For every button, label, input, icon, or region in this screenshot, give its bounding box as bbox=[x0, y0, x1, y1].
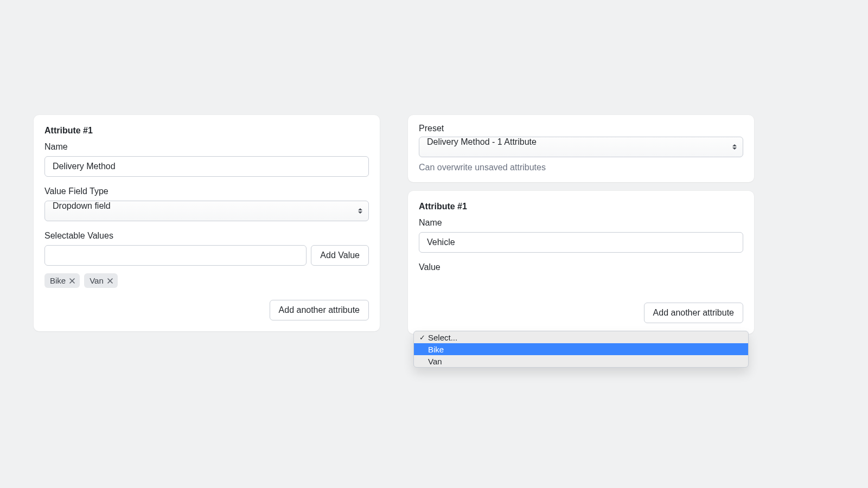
value-dropdown-popup: ✓ Select... Bike Van bbox=[413, 331, 749, 368]
tag-bike: Bike bbox=[44, 273, 80, 288]
left-column: Attribute #1 Name Value Field Type Dropd… bbox=[34, 115, 380, 331]
value-tags: Bike Van bbox=[44, 273, 369, 288]
card-actions: Add another attribute bbox=[419, 303, 743, 323]
values-label: Selectable Values bbox=[44, 231, 369, 241]
add-value-button[interactable]: Add Value bbox=[311, 245, 369, 266]
option-label: Bike bbox=[428, 345, 444, 354]
new-value-input[interactable] bbox=[44, 245, 307, 266]
name-label: Name bbox=[419, 218, 743, 228]
dropdown-option-van[interactable]: Van bbox=[414, 355, 748, 367]
attribute-editor-card: Attribute #1 Name Value Field Type Dropd… bbox=[34, 115, 380, 331]
option-label: Van bbox=[428, 357, 442, 366]
tag-label: Bike bbox=[50, 276, 66, 285]
tag-van: Van bbox=[84, 273, 118, 288]
attribute-consumer-card: Attribute #1 Name Value ✓ Select... Bike bbox=[408, 191, 754, 334]
close-icon bbox=[69, 278, 75, 284]
preset-select-wrap: Delivery Method - 1 Attribute bbox=[419, 137, 743, 157]
right-column: Preset Delivery Method - 1 Attribute Can… bbox=[408, 115, 754, 334]
add-attribute-button[interactable]: Add another attribute bbox=[270, 300, 369, 320]
value-field-group: Value bbox=[419, 262, 743, 272]
card-title: Attribute #1 bbox=[44, 126, 369, 136]
option-label: Select... bbox=[428, 333, 457, 342]
name-input[interactable] bbox=[419, 232, 743, 253]
name-label: Name bbox=[44, 142, 369, 152]
remove-tag-button[interactable] bbox=[69, 278, 75, 284]
value-label: Value bbox=[419, 262, 743, 272]
check-icon: ✓ bbox=[418, 333, 426, 342]
preset-helper-text: Can overwrite unsaved attributes bbox=[419, 163, 743, 172]
preset-card: Preset Delivery Method - 1 Attribute Can… bbox=[408, 115, 754, 182]
type-field-group: Value Field Type Dropdown field bbox=[44, 187, 369, 221]
name-field-group: Name bbox=[419, 218, 743, 253]
card-actions: Add another attribute bbox=[44, 300, 369, 320]
type-select-wrap: Dropdown field bbox=[44, 201, 369, 221]
type-label: Value Field Type bbox=[44, 187, 369, 196]
name-input[interactable] bbox=[44, 156, 369, 177]
dropdown-option-placeholder[interactable]: ✓ Select... bbox=[414, 331, 748, 343]
values-field-group: Selectable Values Add Value Bike Van bbox=[44, 231, 369, 288]
remove-tag-button[interactable] bbox=[107, 278, 113, 284]
tag-label: Van bbox=[90, 276, 104, 285]
preset-label: Preset bbox=[419, 124, 743, 133]
close-icon bbox=[107, 278, 113, 284]
card-title: Attribute #1 bbox=[419, 202, 743, 211]
page-root: Attribute #1 Name Value Field Type Dropd… bbox=[0, 0, 868, 334]
preset-select[interactable]: Delivery Method - 1 Attribute bbox=[419, 137, 743, 157]
dropdown-option-bike[interactable]: Bike bbox=[414, 343, 748, 355]
name-field-group: Name bbox=[44, 142, 369, 177]
type-select[interactable]: Dropdown field bbox=[44, 201, 369, 221]
add-attribute-button[interactable]: Add another attribute bbox=[644, 303, 743, 323]
add-value-row: Add Value bbox=[44, 245, 369, 266]
